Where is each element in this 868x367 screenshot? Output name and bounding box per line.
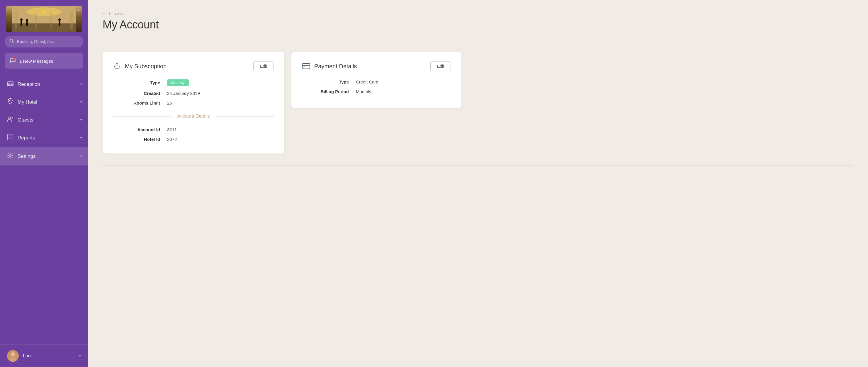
user-name: Lori <box>23 353 31 359</box>
billing-period-label: Billing Period <box>314 89 349 94</box>
sidebar-item-my-hotel-label: My Hotel <box>18 99 37 105</box>
guests-icon <box>7 116 13 123</box>
payment-type-row: Type Credit Card <box>302 79 451 85</box>
sidebar-item-settings[interactable]: Settings ▾ <box>0 147 88 166</box>
hotel-id-label: Hotel Id <box>125 137 160 142</box>
subscription-card: My Subscription Edit Type Monthly Create… <box>102 52 284 154</box>
svg-rect-42 <box>303 66 305 67</box>
billing-period-value: Monthly <box>356 89 371 94</box>
payment-card-header-left: Payment Details <box>302 63 357 70</box>
account-details-label: Account Details <box>177 114 210 119</box>
subscription-type-row: Type Monthly <box>113 79 274 86</box>
subscription-card-header-left: My Subscription <box>113 62 166 70</box>
svg-point-11 <box>58 19 61 21</box>
payment-card-title: Payment Details <box>314 63 357 70</box>
svg-rect-10 <box>59 21 60 26</box>
account-id-label: Account Id <box>125 127 160 132</box>
svg-rect-14 <box>35 13 37 29</box>
sidebar-item-my-hotel[interactable]: My Hotel ▾ <box>0 93 88 111</box>
sidebar-item-guests[interactable]: Guests ▾ <box>0 111 88 129</box>
user-chevron-icon: ▾ <box>79 354 81 358</box>
subscription-created-value: 24 January 2019 <box>167 91 200 96</box>
subscription-rooms-label: Rooms Limit <box>125 100 160 105</box>
settings-icon <box>7 152 13 160</box>
search-bar[interactable] <box>5 36 83 47</box>
account-id-row: Account Id 3211 <box>113 127 274 132</box>
payment-type-value: Credit Card <box>356 79 378 85</box>
svg-rect-22 <box>11 84 12 85</box>
svg-text:1: 1 <box>14 58 14 60</box>
page-title: My Account <box>102 19 854 31</box>
hotel-image[interactable]: ▾ <box>6 6 82 32</box>
reports-icon <box>7 134 13 142</box>
svg-rect-21 <box>8 84 10 85</box>
subscription-card-title: My Subscription <box>125 63 166 70</box>
svg-rect-13 <box>70 12 73 29</box>
sidebar-item-reports-label: Reports <box>18 135 35 141</box>
svg-point-32 <box>9 155 11 157</box>
bed-icon <box>7 81 13 88</box>
svg-rect-6 <box>21 21 22 26</box>
svg-point-7 <box>20 19 23 21</box>
bottom-divider <box>102 165 854 166</box>
reception-chevron-icon: ▾ <box>80 82 82 86</box>
svg-rect-8 <box>26 21 28 26</box>
subscription-type-label: Type <box>125 80 160 85</box>
avatar <box>7 350 19 362</box>
hotel-image-chevron-icon: ▾ <box>78 8 79 12</box>
breadcrumb: SETTINGS <box>102 12 854 16</box>
svg-point-9 <box>26 19 28 22</box>
top-divider <box>102 43 854 43</box>
main-content: SETTINGS My Account My Subscr <box>88 0 868 367</box>
svg-point-36 <box>116 63 118 65</box>
subscription-rooms-value: 25 <box>167 100 172 105</box>
settings-chevron-icon: ▾ <box>80 154 82 158</box>
subscription-card-header: My Subscription Edit <box>113 61 274 71</box>
search-input[interactable] <box>17 39 79 44</box>
svg-rect-40 <box>302 64 310 69</box>
svg-point-26 <box>8 117 10 119</box>
svg-rect-12 <box>14 12 17 29</box>
cards-container: My Subscription Edit Type Monthly Create… <box>102 52 854 154</box>
sidebar-item-reports[interactable]: Reports ▾ <box>0 129 88 147</box>
sidebar-item-guests-label: Guests <box>18 117 33 123</box>
reports-chevron-icon: ▾ <box>80 136 82 140</box>
sidebar-nav: Reception ▾ My Hotel ▾ G <box>0 73 88 344</box>
billing-period-row: Billing Period Monthly <box>302 89 451 94</box>
svg-line-17 <box>12 42 14 43</box>
sidebar: ▾ 1 1 New Messages <box>0 0 88 367</box>
hotel-id-row: Hotel Id 3072 <box>113 137 274 142</box>
credit-card-icon <box>302 63 310 69</box>
svg-point-2 <box>42 9 46 13</box>
messages-button[interactable]: 1 1 New Messages <box>5 53 83 69</box>
user-profile[interactable]: Lori ▾ <box>0 344 88 367</box>
divider-line-right <box>216 116 274 116</box>
svg-point-3 <box>31 11 34 14</box>
account-id-value: 3211 <box>167 127 177 132</box>
sidebar-item-settings-label: Settings <box>18 154 35 159</box>
svg-point-25 <box>10 100 11 101</box>
my-hotel-chevron-icon: ▾ <box>80 100 82 104</box>
sidebar-item-reception-label: Reception <box>18 81 40 87</box>
svg-point-34 <box>11 353 15 357</box>
svg-point-4 <box>54 11 57 14</box>
subscription-created-row: Created 24 January 2019 <box>113 91 274 96</box>
hotel-id-value: 3072 <box>167 137 177 142</box>
sidebar-item-reception[interactable]: Reception ▾ <box>0 75 88 93</box>
search-icon <box>9 39 14 44</box>
svg-point-27 <box>11 117 13 119</box>
payment-type-label: Type <box>314 79 349 85</box>
svg-rect-15 <box>51 13 52 29</box>
subscription-rooms-row: Rooms Limit 25 <box>113 100 274 105</box>
subscription-type-badge: Monthly <box>167 79 189 86</box>
messages-label: 1 New Messages <box>19 59 53 64</box>
subscription-created-label: Created <box>125 91 160 96</box>
location-icon <box>7 98 13 106</box>
payment-edit-button[interactable]: Edit <box>430 61 451 71</box>
messages-icon: 1 <box>10 58 16 64</box>
divider-line-left <box>113 116 171 116</box>
account-details-divider: Account Details <box>113 114 274 119</box>
anchor-icon <box>113 62 121 70</box>
payment-card-header: Payment Details Edit <box>302 61 451 71</box>
subscription-edit-button[interactable]: Edit <box>253 61 274 71</box>
